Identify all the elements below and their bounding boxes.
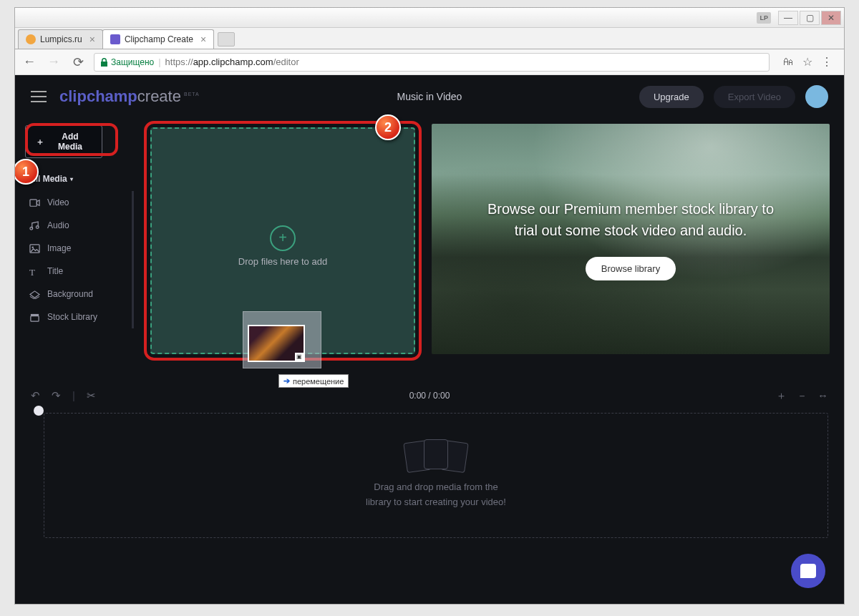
bookmark-icon[interactable]: ☆ (802, 55, 812, 69)
video-icon (29, 198, 40, 207)
back-button[interactable]: ← (21, 54, 38, 71)
timeline-empty-state[interactable]: Drag and drop media from the library to … (44, 413, 828, 538)
cut-button[interactable]: ✂ (87, 389, 96, 402)
sidebar-item-title[interactable]: TTitle (25, 260, 129, 283)
timeline-time: 0:00 / 0:00 (409, 391, 450, 401)
reload-button[interactable]: ⟳ (69, 54, 87, 71)
sidebar-item-background[interactable]: Background (25, 283, 129, 305)
intercom-chat-button[interactable] (791, 554, 825, 588)
hamburger-icon[interactable] (31, 91, 47, 102)
svg-point-4 (31, 246, 33, 248)
favicon-icon (26, 34, 36, 44)
stock-promo-panel: Browse our Premium member stock library … (432, 124, 830, 354)
timeline-toolbar: ↶ ↷ | ✂ 0:00 / 0:00 ＋ － ↔ (15, 381, 844, 410)
user-avatar[interactable] (805, 85, 828, 108)
annotation-marker-2: 2 (375, 114, 401, 140)
favicon-icon (110, 34, 120, 44)
browser-tab-lumpics[interactable]: Lumpics.ru × (18, 29, 103, 49)
chat-icon (800, 564, 816, 578)
close-icon[interactable]: × (89, 34, 95, 45)
drag-badge-icon: ▣ (295, 353, 304, 361)
sidebar-item-audio[interactable]: Audio (25, 214, 129, 237)
fit-button[interactable]: ↔ (817, 389, 828, 403)
undo-button[interactable]: ↶ (31, 389, 40, 402)
all-media-dropdown[interactable]: All Media ▾ (29, 174, 130, 184)
drag-tooltip: ➔ перемещение (278, 374, 349, 388)
sidebar-item-stock-library[interactable]: Stock Library (25, 305, 129, 328)
upgrade-button[interactable]: Upgrade (639, 86, 704, 108)
timeline-hint: Drag and drop media from the library to … (366, 480, 506, 510)
svg-rect-6 (31, 313, 39, 316)
app-logo: clipchampcreateBETA (59, 87, 200, 106)
title-icon: T (29, 267, 40, 276)
move-arrow-icon: ➔ (283, 376, 290, 386)
app-root: 1 2 clipchampcreateBETA Music in Video U… (15, 75, 844, 604)
address-bar: ← → ⟳ Защищено | https://app.clipchamp.c… (15, 49, 844, 75)
export-video-button: Export Video (714, 86, 795, 108)
tab-title: Lumpics.ru (40, 34, 82, 44)
window-title-bar: LP — ▢ ✕ (15, 8, 844, 28)
stock-icon (29, 313, 40, 322)
svg-rect-5 (31, 316, 39, 321)
url-input[interactable]: Защищено | https://app.clipchamp.com/edi… (94, 53, 770, 72)
media-cards-icon (408, 441, 464, 471)
window-minimize-button[interactable]: — (778, 11, 798, 25)
translate-icon[interactable]: 🗛 (782, 55, 794, 69)
svg-point-2 (36, 225, 39, 228)
add-media-button[interactable]: ＋ Add Media (25, 125, 102, 158)
drag-ghost: ▣ (243, 311, 321, 368)
close-icon[interactable]: × (200, 34, 206, 45)
media-sidebar: ＋ Add Media All Media ▾ Video Audio Imag… (15, 118, 144, 376)
sidebar-item-image[interactable]: Image (25, 237, 129, 260)
browser-tab-clipchamp[interactable]: Clipchamp Create × (102, 29, 214, 49)
lp-badge: LP (757, 12, 771, 24)
image-icon (29, 244, 40, 253)
svg-point-1 (30, 227, 33, 230)
tab-title: Clipchamp Create (125, 34, 193, 44)
promo-text: Browse our Premium member stock library … (466, 198, 795, 241)
svg-rect-0 (30, 199, 37, 205)
browser-tab-strip: Lumpics.ru × Clipchamp Create × (15, 28, 844, 49)
zoom-out-button[interactable]: － (797, 389, 807, 403)
plus-icon: ＋ (36, 136, 44, 148)
timeline-area[interactable]: Drag and drop media from the library to … (31, 413, 828, 585)
background-icon (29, 290, 40, 299)
plus-circle-icon: + (270, 225, 296, 251)
project-title[interactable]: Music in Video (397, 91, 462, 102)
new-tab-button[interactable] (218, 32, 235, 47)
forward-button[interactable]: → (45, 54, 62, 71)
chevron-down-icon: ▾ (70, 176, 73, 182)
playhead[interactable] (34, 406, 44, 416)
menu-icon[interactable]: ⋮ (821, 55, 833, 69)
audio-icon (29, 221, 40, 230)
app-header: clipchampcreateBETA Music in Video Upgra… (15, 75, 844, 118)
browse-library-button[interactable]: Browse library (586, 257, 676, 280)
window-maximize-button[interactable]: ▢ (800, 11, 820, 25)
lock-icon: Защищено (100, 57, 154, 67)
redo-button[interactable]: ↷ (52, 389, 61, 402)
zoom-in-button[interactable]: ＋ (776, 389, 787, 403)
drag-thumbnail: ▣ (248, 325, 305, 362)
dropzone-label: Drop files here to add (238, 256, 327, 267)
window-close-button[interactable]: ✕ (821, 11, 841, 25)
sidebar-item-video[interactable]: Video (25, 191, 129, 214)
